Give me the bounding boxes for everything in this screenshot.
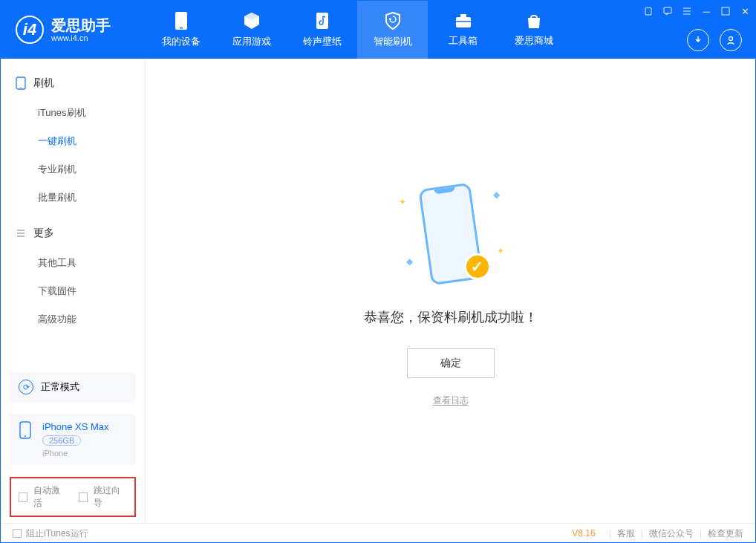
footer-link-update[interactable]: 检查更新	[708, 527, 743, 540]
download-icon[interactable]	[687, 29, 709, 51]
success-illustration: ✦ ◆ ◆ ✦ ✓	[384, 175, 518, 293]
app-title: 爱思助手	[51, 17, 111, 33]
block-itunes-label: 阻止iTunes运行	[26, 527, 88, 540]
sidebar-item-other-tools[interactable]: 其他工具	[1, 249, 145, 277]
svg-rect-0	[175, 12, 187, 30]
svg-rect-2	[316, 13, 328, 29]
maximize-icon[interactable]	[720, 5, 731, 17]
sidebar-item-download-firmware[interactable]: 下载固件	[1, 277, 145, 305]
nav-tab-device[interactable]: 我的设备	[146, 1, 216, 59]
svg-rect-6	[664, 7, 671, 13]
device-icon	[16, 77, 26, 90]
version-label: V8.16	[572, 528, 595, 539]
nav-label: 工具箱	[449, 34, 478, 48]
view-log-link[interactable]: 查看日志	[433, 394, 469, 407]
shield-icon	[383, 11, 403, 30]
bag-icon	[524, 12, 544, 30]
nav-label: 应用游戏	[232, 35, 271, 48]
nav-tab-apps[interactable]: 应用游戏	[216, 1, 287, 59]
nav-label: 智能刷机	[374, 35, 412, 48]
device-card[interactable]: iPhone XS Max 256GB iPhone	[10, 414, 136, 465]
phone-icon	[173, 11, 189, 30]
options-row: 自动激活 跳过向导	[10, 477, 136, 517]
checkbox-block-itunes[interactable]	[13, 529, 22, 538]
logo-icon: i4	[16, 16, 44, 44]
minimize-icon[interactable]: ─	[700, 5, 712, 17]
app-subtitle: www.i4.cn	[51, 33, 111, 42]
nav-tab-flash[interactable]: 智能刷机	[357, 1, 428, 59]
sidebar-item-oneclick-flash[interactable]: 一键刷机	[1, 127, 145, 155]
checkbox-skip-guide[interactable]	[79, 492, 88, 502]
toolbox-icon	[454, 12, 473, 30]
sidebar-item-pro-flash[interactable]: 专业刷机	[1, 155, 145, 183]
sidebar-section-flash: 刷机	[1, 72, 145, 94]
success-message: 恭喜您，保资料刷机成功啦！	[364, 308, 538, 326]
close-icon[interactable]: ✕	[739, 5, 751, 17]
sidebar-item-itunes-flash[interactable]: iTunes刷机	[1, 99, 145, 127]
nav-label: 我的设备	[162, 35, 201, 48]
sidebar-item-batch-flash[interactable]: 批量刷机	[1, 183, 145, 212]
skip-guide-label: 跳过向导	[94, 484, 127, 510]
cube-icon	[242, 11, 261, 30]
nav-label: 爱思商城	[515, 34, 553, 48]
ok-button[interactable]: 确定	[407, 348, 495, 378]
checkbox-auto-activate[interactable]	[19, 492, 27, 502]
note-icon	[313, 11, 331, 30]
sidebar-section-more: 更多	[1, 222, 145, 244]
sidebar: 刷机 iTunes刷机 一键刷机 专业刷机 批量刷机 更多 其他工具 下载固件 …	[1, 59, 146, 523]
nav-label: 铃声壁纸	[303, 35, 342, 48]
check-icon: ✓	[464, 253, 491, 280]
sidebar-item-advanced[interactable]: 高级功能	[1, 305, 145, 334]
footer-link-service[interactable]: 客服	[617, 527, 635, 540]
footer: 阻止iTunes运行 V8.16 | 客服 | 微信公众号 | 检查更新	[1, 523, 755, 543]
svg-rect-1	[180, 27, 183, 29]
svg-rect-5	[456, 21, 471, 22]
svg-point-10	[20, 87, 22, 88]
svg-rect-3	[456, 17, 471, 27]
nav-tab-store[interactable]: 爱思商城	[498, 1, 569, 59]
nav-tabs: 我的设备 应用游戏 铃声壁纸 智能刷机 工具箱 爱思商城	[146, 1, 569, 59]
svg-rect-7	[722, 7, 729, 15]
list-icon	[16, 228, 26, 238]
svg-rect-4	[460, 14, 466, 17]
footer-link-wechat[interactable]: 微信公众号	[649, 527, 694, 540]
svg-point-12	[25, 435, 26, 437]
device-type: iPhone	[42, 449, 109, 458]
logo-area: i4 爱思助手 www.i4.cn	[1, 16, 146, 44]
mode-icon: ⟳	[19, 380, 33, 394]
auto-activate-label: 自动激活	[33, 484, 67, 510]
user-icon[interactable]	[720, 29, 742, 51]
device-name: iPhone XS Max	[42, 421, 109, 432]
feedback-icon[interactable]	[662, 5, 674, 17]
window-controls: ─ ✕	[642, 5, 751, 17]
device-capacity: 256GB	[42, 435, 81, 446]
nav-tab-ringtone[interactable]: 铃声壁纸	[287, 1, 357, 59]
device-phone-icon	[19, 421, 32, 439]
nav-tab-toolbox[interactable]: 工具箱	[428, 1, 498, 59]
mode-card[interactable]: ⟳ 正常模式	[10, 372, 136, 402]
header: i4 爱思助手 www.i4.cn 我的设备 应用游戏 铃声壁纸 智能刷机 工具…	[1, 1, 755, 59]
svg-point-8	[729, 37, 733, 41]
shirt-icon[interactable]	[642, 5, 654, 17]
mode-label: 正常模式	[41, 380, 79, 394]
menu-icon[interactable]	[681, 5, 693, 17]
main-content: ✦ ◆ ◆ ✦ ✓ 恭喜您，保资料刷机成功啦！ 确定 查看日志	[146, 59, 755, 523]
